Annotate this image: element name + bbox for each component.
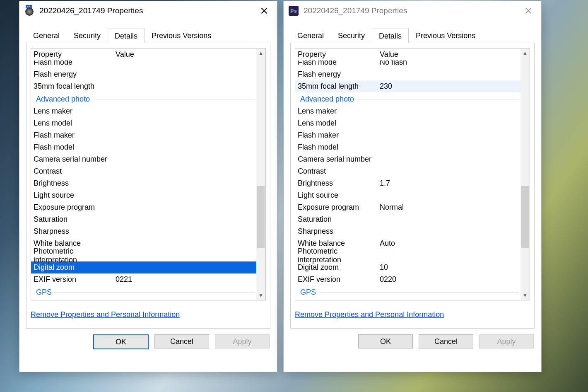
property-row[interactable]: Flash mode <box>34 60 265 68</box>
property-value: 0221 <box>116 275 265 284</box>
header-value[interactable]: Value <box>380 50 530 59</box>
property-name: Lens maker <box>34 107 116 116</box>
property-row[interactable]: Lens model <box>34 117 265 129</box>
header-property[interactable]: Property <box>34 50 116 59</box>
property-list[interactable]: PropertyValueFlash modeNo flashFlash ene… <box>295 48 530 300</box>
property-row[interactable]: Camera serial number <box>34 153 265 165</box>
section-gps: GPS <box>298 286 530 298</box>
properties-dialog: JPG20220426_201749 PropertiesGeneralSecu… <box>19 1 277 372</box>
scroll-track[interactable] <box>256 58 265 291</box>
scroll-track[interactable] <box>521 58 530 291</box>
dialog-buttons: OKCancelApply <box>284 329 541 358</box>
ok-button[interactable]: OK <box>358 334 413 348</box>
image-file-icon: JPG <box>24 6 34 16</box>
window-title: 20220426_201749 Properties <box>39 6 253 15</box>
property-name: Camera serial number <box>298 155 380 164</box>
property-row[interactable]: Flash maker <box>34 129 265 141</box>
property-row[interactable]: Exposure program <box>34 201 265 213</box>
tab-details[interactable]: Details <box>108 29 145 43</box>
property-row[interactable]: Flash model <box>34 141 265 153</box>
property-row[interactable]: Lens maker <box>34 105 265 117</box>
scroll-thumb[interactable] <box>257 186 265 248</box>
property-row[interactable]: Camera serial number <box>298 153 530 165</box>
tab-previous-versions[interactable]: Previous Versions <box>409 29 482 43</box>
scroll-down-button[interactable]: ▼ <box>256 291 265 300</box>
property-row[interactable]: Exposure programNormal <box>298 201 530 213</box>
property-row[interactable]: Digital zoom10 <box>298 261 530 273</box>
property-value: 10 <box>380 263 530 272</box>
property-row[interactable]: Sharpness <box>298 225 530 237</box>
property-row[interactable]: Brightness <box>34 177 265 189</box>
header-property[interactable]: Property <box>298 50 380 59</box>
property-name: Digital zoom <box>34 263 116 272</box>
property-list[interactable]: PropertyValueFlash modeFlash energy35mm … <box>31 48 266 300</box>
tab-previous-versions[interactable]: Previous Versions <box>145 29 218 43</box>
property-name: Photometric interpretation <box>298 247 380 264</box>
remove-properties-link[interactable]: Remove Properties and Personal Informati… <box>31 310 180 319</box>
property-row[interactable]: Photometric interpretation <box>34 249 265 261</box>
property-name: Lens model <box>34 119 116 128</box>
property-name: Lens model <box>298 119 380 128</box>
ok-button[interactable]: OK <box>93 334 149 349</box>
header-value[interactable]: Value <box>116 50 265 59</box>
close-button[interactable] <box>253 2 275 19</box>
scrollbar[interactable]: ▲▼ <box>521 48 530 300</box>
section-advanced-photo: Advanced photo <box>298 93 530 105</box>
property-row[interactable]: Flash modeNo flash <box>298 60 530 68</box>
property-name: EXIF version <box>34 275 116 284</box>
tab-security[interactable]: Security <box>67 29 108 43</box>
property-name: Flash energy <box>34 70 116 79</box>
property-row[interactable]: 35mm focal length <box>34 80 265 92</box>
property-row[interactable]: Saturation <box>298 213 530 225</box>
property-value: 0220 <box>380 275 530 284</box>
tab-security[interactable]: Security <box>331 29 372 43</box>
chevron-up-icon: ▲ <box>523 50 528 56</box>
scroll-up-button[interactable]: ▲ <box>521 48 530 58</box>
scroll-down-button[interactable]: ▼ <box>521 291 530 300</box>
details-panel: PropertyValueFlash modeFlash energy35mm … <box>26 43 270 329</box>
property-row[interactable]: Flash maker <box>298 129 530 141</box>
scrollbar[interactable]: ▲▼ <box>256 48 265 300</box>
property-row[interactable]: Saturation <box>34 213 265 225</box>
property-row[interactable]: EXIF version0221 <box>34 273 265 286</box>
property-value: Auto <box>380 239 530 248</box>
property-row[interactable]: 35mm focal length230 <box>295 80 521 92</box>
property-row[interactable]: Digital zoom <box>31 261 256 273</box>
properties-dialog: Ps20220426_201749 PropertiesGeneralSecur… <box>283 1 542 372</box>
property-row[interactable]: Lens model <box>298 117 530 129</box>
titlebar[interactable]: Ps20220426_201749 Properties <box>284 1 541 20</box>
tab-general[interactable]: General <box>26 29 67 43</box>
property-value: 1.7 <box>380 179 530 188</box>
cancel-button[interactable]: Cancel <box>419 334 473 348</box>
property-row[interactable]: EXIF version0220 <box>298 273 530 286</box>
scroll-thumb[interactable] <box>521 186 529 248</box>
property-row[interactable]: Photometric interpretation <box>298 249 530 261</box>
property-name: Flash energy <box>298 70 380 79</box>
property-row[interactable]: Contrast <box>298 165 530 177</box>
property-name: Light source <box>298 191 380 200</box>
property-name: Contrast <box>34 167 116 176</box>
property-row[interactable]: Light source <box>34 189 265 201</box>
tab-strip: GeneralSecurityDetailsPrevious Versions <box>290 28 535 43</box>
scroll-up-button[interactable]: ▲ <box>256 48 265 58</box>
property-row[interactable]: Flash energy <box>34 68 265 80</box>
property-row[interactable]: Lens maker <box>298 105 530 117</box>
property-name: Digital zoom <box>298 263 380 272</box>
property-row[interactable]: Flash energy <box>298 68 530 80</box>
property-row[interactable]: Sharpness <box>34 225 265 237</box>
property-name: Brightness <box>298 179 380 188</box>
remove-properties-link[interactable]: Remove Properties and Personal Informati… <box>295 310 444 319</box>
titlebar[interactable]: JPG20220426_201749 Properties <box>19 1 277 20</box>
cancel-button[interactable]: Cancel <box>154 334 209 348</box>
window-title: 20220426_201749 Properties <box>304 6 517 15</box>
property-name: Sharpness <box>298 227 380 236</box>
property-row[interactable]: Light source <box>298 189 530 201</box>
property-name: Flash mode <box>298 60 380 67</box>
tab-details[interactable]: Details <box>372 29 409 43</box>
property-name: Brightness <box>34 179 116 188</box>
close-button[interactable] <box>517 2 540 19</box>
property-row[interactable]: Contrast <box>34 165 265 177</box>
property-row[interactable]: Brightness1.7 <box>298 177 530 189</box>
tab-general[interactable]: General <box>290 29 331 43</box>
property-row[interactable]: Flash model <box>298 141 530 153</box>
